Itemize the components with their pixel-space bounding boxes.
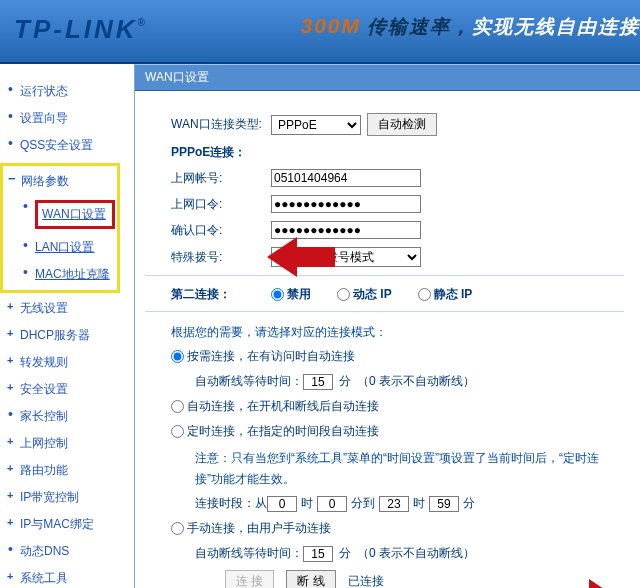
to-hour[interactable]: [379, 496, 409, 512]
from-min[interactable]: [317, 496, 347, 512]
highlight-box-yellow: 网络参数 WAN口设置 LAN口设置 MAC地址克隆: [0, 163, 120, 293]
nav-access[interactable]: 上网控制: [4, 430, 130, 457]
nav-network[interactable]: 网络参数: [5, 168, 115, 195]
panel-title: WAN口设置: [135, 64, 640, 91]
pppoe-heading: PPPoE连接：: [171, 144, 246, 161]
nav-ipmac[interactable]: IP与MAC绑定: [4, 511, 130, 538]
user-label: 上网帐号:: [171, 170, 271, 187]
nav-wireless[interactable]: 无线设置: [4, 295, 130, 322]
wait-time-1[interactable]: [303, 374, 333, 390]
nav-ddns[interactable]: 动态DNS: [4, 538, 130, 565]
confirm-label: 确认口令:: [171, 222, 271, 239]
disconnect-button[interactable]: 断 线: [286, 570, 335, 588]
highlight-box-red: WAN口设置: [35, 200, 115, 229]
wait-label-2: 自动断线等待时间：: [195, 545, 303, 562]
connect-button[interactable]: 连 接: [225, 570, 274, 588]
pass-input[interactable]: [271, 195, 421, 213]
nav-parent[interactable]: 家长控制: [4, 403, 130, 430]
mode-auto[interactable]: 自动连接，在开机和断线后自动连接: [171, 398, 379, 415]
mode-intro: 根据您的需要，请选择对应的连接模式：: [171, 322, 630, 342]
mode-timed[interactable]: 定时连接，在指定的时间段自动连接: [171, 423, 379, 440]
radio-dynip[interactable]: 动态 IP: [337, 286, 392, 303]
from-hour[interactable]: [267, 496, 297, 512]
conn-type-select[interactable]: PPPoE: [271, 115, 361, 135]
confirm-input[interactable]: [271, 221, 421, 239]
nav-mac[interactable]: MAC地址克隆: [15, 261, 115, 288]
nav-qss[interactable]: QSS安全设置: [4, 132, 130, 159]
nav-dhcp[interactable]: DHCP服务器: [4, 322, 130, 349]
wait-label-1: 自动断线等待时间：: [195, 373, 303, 390]
brand-logo: TP-LINK®: [14, 12, 148, 45]
nav-qos[interactable]: IP带宽控制: [4, 484, 130, 511]
nav-wan[interactable]: WAN口设置: [15, 195, 115, 234]
dial-label: 特殊拨号:: [171, 249, 271, 266]
sidebar-nav: 运行状态 设置向导 QSS安全设置 网络参数 WAN口设置 LAN口设置 MAC…: [0, 64, 134, 588]
radio-disable[interactable]: 禁用: [271, 286, 311, 303]
dial-select[interactable]: 自动选择拨号模式: [271, 247, 421, 267]
tagline: 300M传输速率，实现无线自由连接: [300, 14, 640, 40]
nav-forward[interactable]: 转发规则: [4, 349, 130, 376]
conn-status: 已连接: [348, 573, 384, 588]
nav-wizard[interactable]: 设置向导: [4, 105, 130, 132]
pass-label: 上网口令:: [171, 196, 271, 213]
nav-security[interactable]: 安全设置: [4, 376, 130, 403]
mode-demand[interactable]: 按需连接，在有访问时自动连接: [171, 348, 355, 365]
auto-detect-button[interactable]: 自动检测: [367, 113, 437, 136]
wait-time-2[interactable]: [303, 546, 333, 562]
conn-type-label: WAN口连接类型:: [171, 116, 271, 133]
nav-lan[interactable]: LAN口设置: [15, 234, 115, 261]
nav-systools[interactable]: 系统工具: [4, 565, 130, 588]
timed-note: 注意：只有当您到“系统工具”菜单的“时间设置”项设置了当前时间后，“定时连接”功…: [171, 448, 630, 489]
nav-status[interactable]: 运行状态: [4, 78, 130, 105]
user-input[interactable]: [271, 169, 421, 187]
header-banner: TP-LINK® 300M传输速率，实现无线自由连接: [0, 0, 640, 64]
second-label: 第二连接：: [171, 286, 271, 303]
mode-manual[interactable]: 手动连接，由用户手动连接: [171, 520, 331, 537]
radio-staticip[interactable]: 静态 IP: [418, 286, 473, 303]
main-content: WAN口设置 WAN口连接类型: PPPoE 自动检测 PPPoE连接： 上网帐…: [134, 64, 640, 588]
nav-route[interactable]: 路由功能: [4, 457, 130, 484]
to-min[interactable]: [429, 496, 459, 512]
